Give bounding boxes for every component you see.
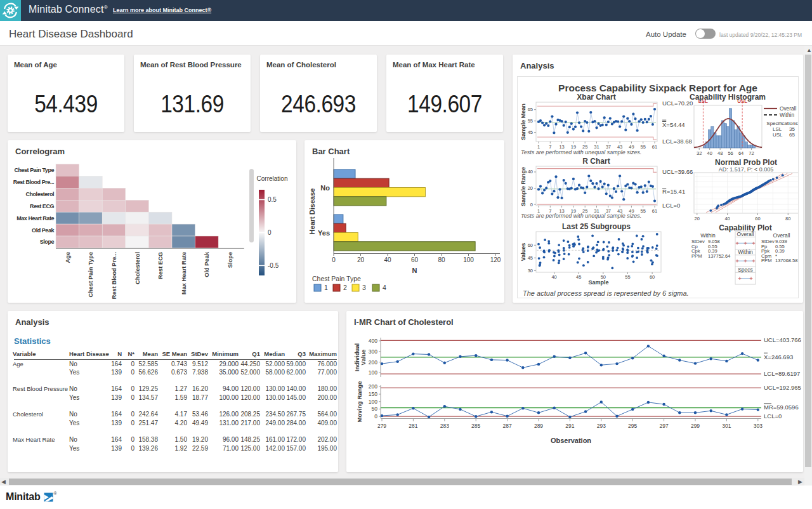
stats-cell: 18.77 (192, 394, 208, 401)
registered-mark: ® (54, 491, 57, 496)
auto-update-toggle[interactable] (695, 29, 716, 39)
dashboard-canvas: Mean of Age54.439Mean of Rest Blood Pres… (0, 46, 804, 478)
scroll-right-arrow[interactable]: ▶ (798, 478, 802, 486)
svg-text:X=246.693: X=246.693 (764, 354, 793, 360)
svg-text:0.5: 0.5 (268, 196, 277, 203)
stats-cell: 139.26 (138, 445, 158, 452)
stats-cell: 172.00 (286, 436, 306, 443)
stats-cell: Age (13, 360, 23, 367)
svg-text:40: 40 (528, 169, 533, 175)
svg-text:295: 295 (628, 423, 637, 429)
imr-chart-panel: I-MR Chart of Cholesterol 100200300400UC… (346, 311, 803, 472)
stats-cell: 0 (131, 369, 134, 376)
svg-text:20: 20 (695, 216, 700, 221)
svg-text:60: 60 (650, 274, 655, 280)
stats-cell: Yes (69, 369, 79, 376)
svg-text:4: 4 (383, 284, 386, 291)
svg-text:0: 0 (374, 413, 377, 420)
svg-text:LCL=0: LCL=0 (764, 413, 782, 420)
svg-text:Heart Disease: Heart Disease (308, 188, 316, 235)
toggle-knob (696, 29, 705, 38)
svg-text:40: 40 (707, 150, 712, 156)
stats-cell: 267.75 (286, 411, 306, 418)
minitab-connect-logo[interactable] (0, 0, 21, 21)
svg-text:LCL=0: LCL=0 (662, 202, 680, 209)
stats-cell: 157.00 (286, 445, 306, 452)
stats-header-cell: Variable (13, 350, 36, 357)
svg-text:MR=59.0596: MR=59.0596 (764, 404, 799, 411)
vertical-scrollbar[interactable]: ▲ ▼ (804, 46, 812, 486)
svg-text:293: 293 (597, 423, 606, 429)
horizontal-scroll-thumb[interactable] (9, 479, 792, 485)
svg-text:Specifications: Specifications (766, 121, 797, 126)
kpi-value: 54.439 (15, 92, 117, 116)
stats-cell: 53.46 (192, 411, 208, 418)
stats-cell: 249.00 (265, 420, 285, 426)
svg-text:Sample: Sample (588, 279, 608, 286)
stats-header-cell: Mean (143, 350, 158, 357)
svg-text:Yes: Yes (318, 229, 330, 237)
stats-cell: 71.00 (223, 445, 239, 452)
vertical-scroll-thumb[interactable] (805, 55, 811, 467)
svg-text:Rest Blood Pre...: Rest Blood Pre... (111, 252, 117, 299)
svg-text:Observation: Observation (551, 437, 591, 444)
stats-cell: 96.00 (223, 436, 239, 443)
stats-cell: 234.50 (265, 411, 285, 418)
svg-text:283: 283 (440, 423, 449, 429)
svg-text:Overall: Overall (780, 105, 796, 112)
horizontal-scrollbar[interactable]: ◀ ▶ (0, 478, 804, 486)
svg-text:X=54.44: X=54.44 (662, 121, 685, 128)
stats-cell: Max Heart Rate (13, 436, 55, 443)
svg-text:0: 0 (530, 202, 533, 208)
stats-cell: 130.00 (265, 394, 285, 401)
svg-text:2: 2 (343, 284, 347, 291)
stats-cell: 4.17 (175, 411, 187, 418)
svg-text:61: 61 (652, 208, 657, 214)
svg-text:Max Heart Rate: Max Heart Rate (16, 215, 54, 221)
svg-text:56: 56 (728, 150, 733, 156)
kpi-card: Mean of Max Heart Rate149.607 (386, 55, 503, 132)
minitab-footer-logo[interactable]: Minitab ® (6, 491, 56, 503)
svg-text:301: 301 (722, 423, 731, 429)
stats-cell: 1.50 (175, 436, 187, 443)
scroll-left-arrow[interactable]: ◀ (1, 478, 6, 486)
svg-text:Chest Pain Type: Chest Pain Type (88, 252, 94, 298)
stats-cell: 164 (111, 360, 122, 367)
stats-cell: 22.59 (192, 445, 208, 452)
dashboard-header: Heart Disease Dashboard Auto Update last… (0, 21, 812, 46)
stats-cell: 4.20 (175, 420, 187, 426)
svg-text:Slope: Slope (40, 239, 55, 245)
sixpack-report: Process Capability Sixpack Report for Ag… (517, 76, 799, 298)
svg-text:Within: Within (700, 232, 716, 239)
svg-text:80: 80 (785, 216, 790, 221)
correlogram-scrollbar-thumb[interactable] (249, 169, 254, 242)
stats-cell: No (69, 436, 77, 443)
svg-text:50: 50 (372, 406, 378, 412)
svg-text:299: 299 (691, 423, 700, 429)
brand-title: Minitab Connect® (29, 4, 108, 15)
stats-cell: 140.00 (286, 385, 306, 392)
kpi-card: Mean of Age54.439 (8, 55, 124, 132)
svg-text:100: 100 (463, 256, 474, 263)
stats-cell: 284.00 (286, 420, 306, 426)
svg-text:300: 300 (369, 348, 377, 355)
stats-cell: 148.25 (240, 436, 260, 443)
stats-cell: 62.000 (286, 369, 306, 376)
stats-cell: 180.00 (317, 385, 337, 392)
stats-cell: 409.00 (317, 420, 337, 426)
chart-frame (536, 166, 657, 206)
stats-cell: 139 (111, 369, 122, 376)
kpi-card: Mean of Rest Blood Pressure131.69 (134, 55, 251, 132)
stats-cell: 1.59 (175, 394, 187, 401)
stats-header-cell: StDev (191, 350, 208, 357)
svg-text:Chest Pain Type: Chest Pain Type (14, 167, 54, 173)
learn-more-link[interactable]: Learn more about Minitab Connect® (113, 7, 211, 13)
sixpack-panel-title: Analysis (520, 61, 554, 70)
stats-cell: 0 (131, 445, 134, 452)
last-updated-text: last updated 9/20/22, 12:45:23 PM (719, 32, 802, 38)
scroll-up-arrow[interactable]: ▲ (806, 46, 812, 54)
svg-text:48: 48 (717, 150, 723, 156)
svg-text:R=15.41: R=15.41 (662, 188, 685, 195)
svg-text:40: 40 (724, 216, 730, 221)
svg-text:Rest ECG: Rest ECG (157, 252, 164, 279)
